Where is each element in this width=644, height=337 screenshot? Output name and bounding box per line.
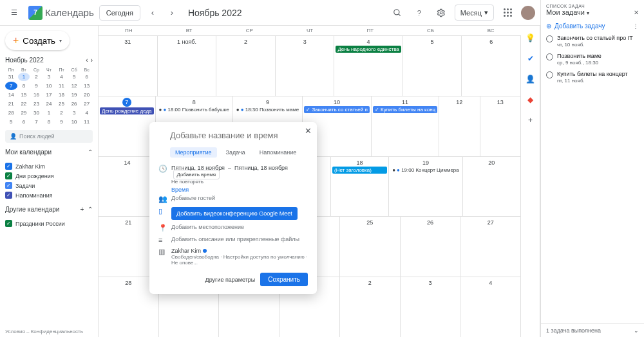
mini-day[interactable]: 4: [80, 109, 93, 117]
mini-day[interactable]: 1: [18, 73, 30, 81]
add-meet-button[interactable]: Добавить видеоконференцию Google Meet: [171, 207, 298, 220]
checkbox-icon[interactable]: ✓: [5, 192, 12, 199]
day-cell[interactable]: 6: [462, 36, 521, 96]
mini-day[interactable]: 26: [68, 100, 80, 108]
mini-day[interactable]: 25: [55, 100, 68, 108]
day-cell[interactable]: 31: [99, 36, 158, 96]
task-checkbox[interactable]: [546, 35, 553, 42]
location-input[interactable]: Добавить местоположение: [171, 224, 308, 230]
add-addon-icon[interactable]: +: [525, 114, 536, 126]
mini-day[interactable]: 13: [80, 82, 93, 90]
day-cell[interactable]: 19● 19:00 Концерт Циммера: [389, 157, 463, 217]
mini-day[interactable]: 12: [68, 82, 80, 90]
mini-day[interactable]: 3: [43, 73, 55, 81]
task-item[interactable]: Закончить со статьей про ITчт, 10 нояб.: [541, 32, 644, 50]
day-cell[interactable]: 11✓ Купить билеты на конц: [372, 96, 439, 156]
keep-icon[interactable]: 💡: [525, 32, 536, 44]
settings-gear-icon[interactable]: [433, 5, 450, 21]
mini-calendar[interactable]: ПнВтСрЧтПтСбВс31123456789101112131415161…: [5, 68, 93, 126]
day-cell[interactable]: 7День рождение деда: [99, 96, 156, 156]
close-icon[interactable]: ✕: [634, 9, 639, 16]
day-cell[interactable]: 2: [216, 36, 276, 96]
checkbox-icon[interactable]: ✓: [5, 220, 12, 227]
day-cell[interactable]: 26: [401, 217, 461, 277]
mini-next-icon[interactable]: ›: [91, 57, 93, 64]
day-cell[interactable]: 27: [460, 217, 521, 277]
other-calendars-header[interactable]: Другие календари + ⌃: [5, 204, 93, 215]
date-to[interactable]: Пятница, 18 ноября: [234, 165, 288, 171]
event-chip[interactable]: ● 18:30 Позвонить маме: [234, 106, 301, 113]
day-cell[interactable]: 18(Нет заголовка): [331, 157, 389, 217]
mini-day[interactable]: 7: [5, 82, 17, 90]
add-calendar-icon[interactable]: +: [80, 206, 84, 213]
day-cell[interactable]: 1 нояб.: [158, 36, 217, 96]
mini-day[interactable]: 2: [55, 109, 68, 117]
tab-2[interactable]: Напоминание: [254, 147, 302, 158]
day-cell[interactable]: 5: [403, 36, 462, 96]
task-item[interactable]: Позвонить мамеср, 9 нояб., 18:30: [541, 50, 644, 68]
terms-link[interactable]: Условия – Конфиденциальность: [5, 329, 83, 334]
prev-month-icon[interactable]: ‹: [146, 6, 160, 20]
mini-day[interactable]: 10: [68, 118, 80, 126]
today-button[interactable]: Сегодня: [99, 5, 140, 21]
mini-day[interactable]: 6: [80, 73, 93, 81]
mini-day[interactable]: 8: [43, 118, 55, 126]
checkbox-icon[interactable]: ✓: [5, 172, 12, 179]
day-cell[interactable]: 3: [401, 277, 461, 337]
maps-icon[interactable]: ◆: [525, 94, 536, 105]
task-checkbox[interactable]: [546, 71, 553, 78]
search-icon[interactable]: [389, 5, 406, 21]
calendar-item[interactable]: ✓Напоминания: [5, 190, 93, 200]
calendar-item[interactable]: ✓Дни рождения: [5, 171, 93, 181]
event-title-input[interactable]: [158, 129, 308, 143]
create-button[interactable]: + Создать ▾: [5, 31, 70, 50]
mini-day[interactable]: 10: [43, 82, 55, 90]
calendar-item[interactable]: ✓Zakhar Kim: [5, 161, 93, 171]
mini-day[interactable]: 4: [55, 73, 68, 81]
event-chip[interactable]: День народного единства: [336, 46, 401, 53]
day-cell[interactable]: 4: [460, 277, 521, 337]
more-options-button[interactable]: Другие параметры: [205, 277, 256, 283]
view-dropdown[interactable]: Месяц ▾: [455, 5, 494, 21]
mini-day[interactable]: 23: [30, 100, 43, 108]
description-input[interactable]: Добавить описание или прикрепленные файл…: [171, 236, 308, 242]
mini-day[interactable]: 28: [5, 109, 17, 117]
mini-day[interactable]: 9: [55, 118, 68, 126]
mini-day[interactable]: 20: [80, 91, 93, 99]
mini-day[interactable]: 24: [43, 100, 55, 108]
mini-day[interactable]: 9: [30, 82, 43, 90]
event-chip[interactable]: ✓ Закончить со статьей п: [304, 106, 370, 113]
close-icon[interactable]: ✕: [305, 126, 312, 136]
mini-day[interactable]: 15: [18, 91, 30, 99]
mini-day[interactable]: 11: [55, 82, 68, 90]
mini-day[interactable]: 5: [68, 73, 80, 81]
task-list-name[interactable]: Мои задачи: [546, 8, 585, 16]
calendar-item[interactable]: ✓Праздники России: [5, 219, 93, 228]
checkbox-icon[interactable]: ✓: [5, 182, 12, 189]
mini-day[interactable]: 29: [18, 109, 30, 117]
day-cell[interactable]: 13: [480, 96, 521, 156]
task-item[interactable]: Купить билеты на концертпт, 11 нояб.: [541, 68, 644, 86]
search-people-input[interactable]: 👤 Поиск людей: [5, 130, 93, 143]
mini-day[interactable]: 31: [5, 73, 17, 81]
mini-day[interactable]: 19: [68, 91, 80, 99]
mini-day[interactable]: 7: [30, 118, 43, 126]
mini-day[interactable]: 17: [43, 91, 55, 99]
event-chip[interactable]: (Нет заголовка): [332, 167, 387, 174]
help-icon[interactable]: ?: [411, 5, 428, 21]
add-guests-input[interactable]: Добавьте гостей: [171, 195, 308, 201]
day-cell[interactable]: 25: [340, 217, 401, 277]
day-cell[interactable]: 4День народного единства: [334, 36, 402, 96]
add-task-button[interactable]: ⊕ Добавить задачу ⋮: [541, 20, 644, 32]
hamburger-menu-icon[interactable]: ☰: [5, 4, 23, 22]
mini-day[interactable]: 27: [80, 100, 93, 108]
mini-day[interactable]: 2: [30, 73, 43, 81]
tab-1[interactable]: Задача: [221, 147, 251, 158]
mini-day[interactable]: 14: [5, 91, 17, 99]
mini-prev-icon[interactable]: ‹: [86, 57, 88, 64]
mini-day[interactable]: 8: [18, 82, 30, 90]
day-cell[interactable]: 2: [340, 277, 401, 337]
event-chip[interactable]: День рождение деда: [100, 107, 154, 114]
mini-day[interactable]: 21: [5, 100, 17, 108]
calendar-item[interactable]: ✓Задачи: [5, 181, 93, 190]
